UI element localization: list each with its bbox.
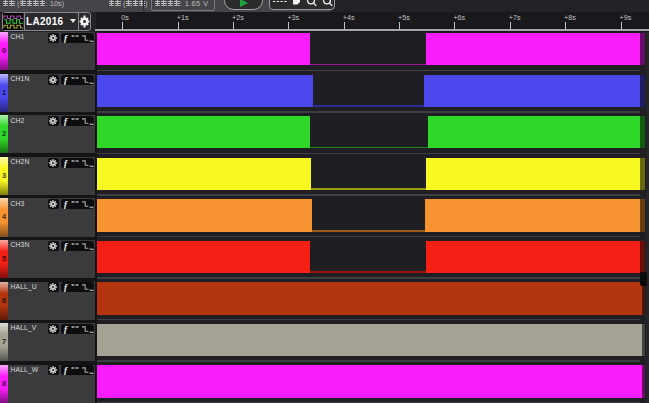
svg-text:f: f (64, 75, 68, 85)
svg-text:f: f (64, 365, 68, 375)
svg-text:f: f (64, 324, 68, 334)
svg-text:f: f (64, 33, 68, 43)
svg-text:f: f (64, 116, 68, 126)
svg-text:f: f (64, 158, 68, 168)
svg-text:f: f (64, 199, 68, 209)
svg-text:f: f (64, 282, 68, 292)
svg-text:f: f (64, 241, 68, 251)
